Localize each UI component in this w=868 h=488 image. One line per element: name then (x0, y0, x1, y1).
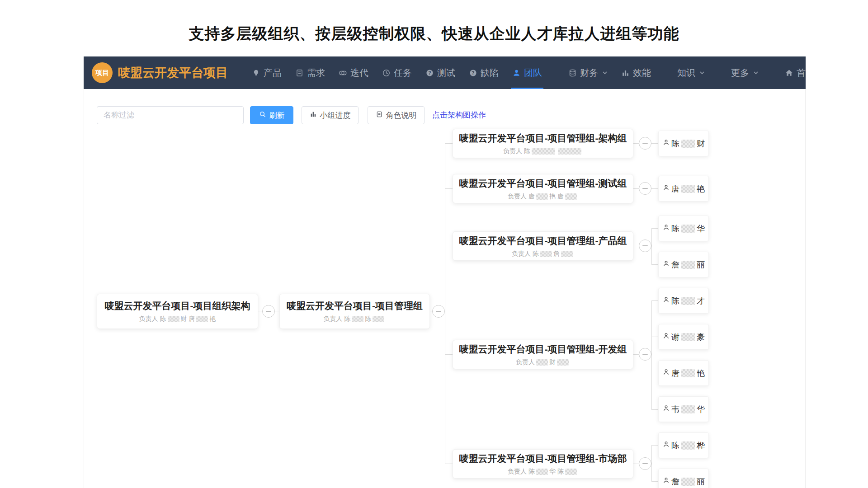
nav-item-testing[interactable]: ? 测试 (419, 56, 462, 89)
redacted-text (681, 185, 695, 193)
member-name: 华 (697, 404, 705, 415)
nav-item-requirements[interactable]: 需求 (288, 56, 332, 89)
member-node[interactable]: 詹丽 (658, 252, 709, 277)
node-title: 唛盟云开发平台项目-项目管理组 (287, 300, 423, 312)
person-icon (512, 69, 521, 77)
collapse-toggle[interactable] (432, 305, 445, 318)
connector-line (651, 143, 658, 144)
redacted-text (565, 469, 577, 475)
nav-item-label: 任务 (394, 67, 412, 79)
nav-item-label: 更多 (731, 67, 749, 79)
minus-icon (436, 311, 441, 312)
member-node[interactable]: 陈桦 (658, 432, 709, 458)
refresh-button[interactable]: 刷新 (250, 106, 293, 124)
database-icon (568, 69, 577, 77)
collapse-toggle[interactable] (639, 348, 651, 361)
collapse-toggle[interactable] (639, 137, 651, 150)
nav-item-home[interactable]: 首页 (778, 56, 806, 89)
member-node[interactable]: 韦华 (658, 396, 709, 422)
member-name: 丽 (697, 259, 705, 270)
member-node[interactable]: 唐艳 (658, 176, 709, 202)
redacted-text (561, 251, 573, 257)
app-window: 项目 唛盟云开发平台项目 产品 需求 迭代 (84, 56, 806, 488)
person-icon (662, 404, 670, 414)
nav-item-more[interactable]: 更多 (724, 56, 765, 89)
connector-line (651, 228, 652, 265)
leader-text: 负责人 (516, 358, 535, 366)
leader-text: 詹 (553, 250, 560, 258)
connector-line (651, 481, 658, 482)
search-icon (259, 111, 266, 120)
redacted-text (681, 333, 695, 341)
member-name: 唐 (671, 368, 679, 379)
person-icon (662, 184, 670, 194)
member-name: 詹 (671, 259, 679, 270)
node-leader: 负责人财 (516, 358, 570, 366)
leader-text: 华 陈 (549, 468, 564, 476)
node-leader: 负责人 陈 (503, 147, 583, 155)
connector-line (633, 143, 639, 144)
role-description-button[interactable]: 角色说明 (368, 106, 425, 124)
collapse-toggle[interactable] (639, 239, 651, 252)
project-logo[interactable]: 项目 (92, 62, 113, 83)
redacted-text (536, 359, 548, 366)
nav-item-defects[interactable]: ? 缺陷 (462, 56, 505, 89)
member-name: 华 (697, 223, 705, 234)
connector-line (633, 464, 639, 464)
connector-line (651, 264, 658, 265)
nav-item-label: 迭代 (350, 67, 368, 79)
org-node-management[interactable]: 唛盟云开发平台项目-项目管理组 负责人 陈陈 (279, 294, 430, 329)
nav-item-iteration[interactable]: 迭代 (332, 56, 375, 89)
nav-item-label: 财务 (580, 67, 598, 79)
org-node-product-group[interactable]: 唛盟云开发平台项目-项目管理组-产品组 负责人 陈詹 (453, 231, 633, 261)
svg-text:?: ? (428, 70, 431, 75)
redacted-text (681, 405, 695, 413)
connector-line (445, 188, 453, 189)
chevron-down-icon (699, 70, 705, 75)
group-progress-button[interactable]: 小组进度 (302, 106, 359, 124)
redacted-text (681, 369, 695, 377)
leader-text: 艳 唐 (549, 192, 564, 201)
person-icon (662, 441, 670, 450)
person-icon (662, 224, 670, 234)
org-node-development-group[interactable]: 唛盟云开发平台项目-项目管理组-开发组 负责人财 (453, 340, 633, 369)
org-node-root[interactable]: 唛盟云开发平台项目-项目组织架构 负责人 陈财 唐艳 (97, 294, 258, 329)
nav-item-tasks[interactable]: 任务 (375, 56, 419, 89)
org-node-marketing-group[interactable]: 唛盟云开发平台项目-项目管理组-市场部 负责人 陈华 陈 (453, 449, 633, 479)
leader-text: 负责人 陈 (324, 315, 351, 323)
connector-line (633, 246, 639, 246)
connector-line (445, 464, 453, 464)
org-node-architecture-group[interactable]: 唛盟云开发平台项目-项目管理组-架构组 负责人 陈 (453, 129, 633, 158)
nav-item-label: 需求 (307, 67, 325, 79)
member-node[interactable]: 詹丽 (658, 469, 709, 488)
person-icon (662, 296, 670, 306)
nav-item-knowledge[interactable]: 知识 (670, 56, 712, 89)
nav-item-product[interactable]: 产品 (245, 56, 288, 89)
connector-line (651, 228, 658, 229)
connector-line (445, 246, 453, 246)
redacted-text (681, 225, 695, 233)
collapse-toggle[interactable] (639, 182, 651, 195)
node-title: 唛盟云开发平台项目-项目组织架构 (105, 300, 250, 312)
member-name: 詹 (671, 476, 679, 487)
nav-item-finance[interactable]: 财务 (561, 56, 614, 89)
member-name: 财 (697, 138, 705, 149)
person-icon (662, 368, 670, 378)
chart-operate-tip-link[interactable]: 点击架构图操作 (432, 106, 486, 124)
nav-item-team[interactable]: 团队 (505, 56, 549, 89)
org-node-testing-group[interactable]: 唛盟云开发平台项目-项目管理组-测试组 负责人 唐艳 唐 (453, 174, 633, 203)
member-node[interactable]: 陈财 (658, 131, 709, 156)
team-org-chart-panel: 刷新 小组进度 角色说明 点击架构图操作 (84, 89, 806, 488)
chevron-down-icon (753, 70, 759, 75)
member-node[interactable]: 谢豪 (658, 324, 709, 350)
collapse-toggle[interactable] (262, 305, 275, 318)
member-node[interactable]: 陈华 (658, 216, 709, 241)
node-leader: 负责人 陈詹 (512, 250, 574, 258)
nav-item-performance[interactable]: 效能 (614, 56, 658, 89)
member-node[interactable]: 陈才 (658, 288, 709, 314)
name-filter-input[interactable] (97, 106, 244, 124)
redacted-text (373, 316, 384, 322)
bar-chart-icon (310, 111, 317, 120)
collapse-toggle[interactable] (639, 457, 651, 470)
member-node[interactable]: 唐艳 (658, 360, 709, 386)
